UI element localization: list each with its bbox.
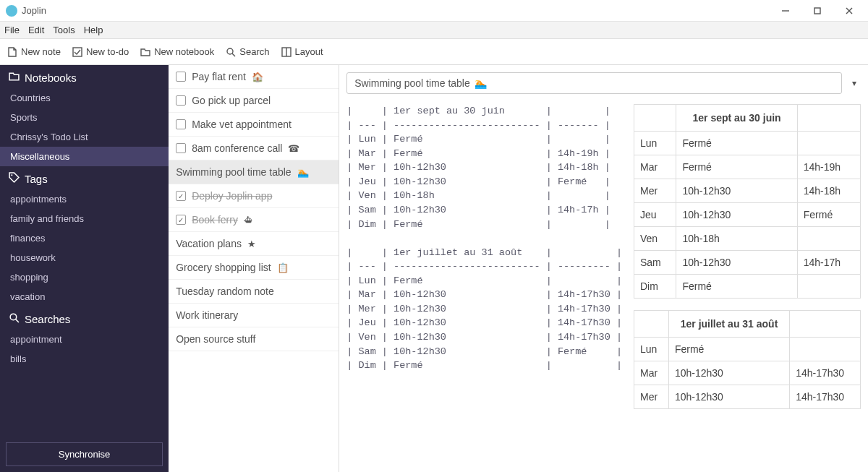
table-cell: 14h-18h: [797, 179, 860, 203]
saved-search-item[interactable]: appointment: [0, 330, 169, 349]
todo-checkbox[interactable]: [176, 119, 186, 129]
svg-point-5: [227, 48, 233, 54]
note-title-input[interactable]: Swimming pool time table 🏊: [346, 72, 842, 94]
menubar: File Edit Tools Help: [0, 22, 868, 39]
table-cell: 14h-17h30: [790, 385, 861, 409]
svg-point-10: [10, 314, 17, 320]
search-button[interactable]: Search: [226, 46, 269, 57]
menu-tools[interactable]: Tools: [53, 25, 75, 35]
folder-icon: [9, 71, 20, 84]
menu-edit[interactable]: Edit: [28, 25, 44, 35]
table-cell: 14h-17h30: [790, 361, 861, 385]
table-cell: Mar: [634, 361, 669, 385]
note-title-text: Swimming pool time table: [354, 77, 470, 89]
table-row: Mer10h-12h3014h-18h: [634, 179, 861, 203]
menu-help[interactable]: Help: [84, 25, 103, 35]
search-icon: [9, 312, 20, 325]
app-icon: [6, 5, 17, 17]
notebooks-header[interactable]: Notebooks: [0, 65, 169, 88]
note-list-item-title: 8am conference call: [192, 142, 282, 154]
note-list-item[interactable]: Vacation plans★: [169, 232, 339, 256]
tags-header[interactable]: Tags: [0, 166, 169, 189]
table-cell: [797, 227, 860, 251]
note-list-item[interactable]: 8am conference call☎: [169, 137, 339, 160]
note-list-item[interactable]: Pay flat rent🏠: [169, 65, 339, 89]
note-actions-dropdown[interactable]: ▾: [848, 78, 861, 88]
search-label: Search: [239, 46, 269, 57]
layout-icon: [281, 47, 292, 57]
note-list-item-title: Deploy Joplin app: [192, 190, 272, 202]
table-cell: Fermé: [676, 155, 797, 179]
table-cell: Fermé: [797, 203, 860, 227]
table-caption: 1er juillet au 31 août: [668, 311, 789, 338]
note-list-item-title: Make vet appointment: [192, 119, 292, 130]
tag-item[interactable]: vacation: [0, 287, 169, 306]
window-minimize-button[interactable]: [770, 1, 801, 21]
markdown-source-view[interactable]: | | 1er sept au 30 juin | | | --- | ----…: [339, 100, 629, 472]
titlebar: Joplin: [0, 0, 868, 22]
note-list-item-title: Open source stuff: [176, 333, 255, 345]
tag-icon: [9, 172, 20, 185]
table-cell: Mer: [634, 385, 669, 409]
notebook-item[interactable]: Chrissy's Todo List: [0, 127, 169, 147]
table-cell: 10h-12h30: [676, 203, 797, 227]
table-cell: Sam: [634, 251, 676, 275]
search-icon: [226, 47, 236, 57]
tag-item[interactable]: shopping: [0, 267, 169, 287]
table-row: Sam10h-12h3014h-17h: [634, 251, 861, 275]
note-list-item-title: Book ferry: [192, 214, 238, 226]
note-icon: [7, 47, 17, 57]
synchronise-button[interactable]: Synchronise: [6, 442, 163, 466]
window-maximize-button[interactable]: [801, 1, 833, 21]
todo-checkbox[interactable]: [176, 215, 186, 225]
note-list-item[interactable]: Grocery shopping list📋: [169, 256, 339, 280]
note-list-item-title: Vacation plans: [176, 238, 242, 249]
note-list-item[interactable]: Go pick up parcel: [169, 89, 339, 113]
svg-rect-4: [73, 48, 82, 56]
svg-line-11: [16, 319, 19, 322]
note-list-item-title: Go pick up parcel: [192, 95, 271, 106]
window-close-button[interactable]: [833, 1, 865, 21]
layout-button[interactable]: Layout: [281, 46, 323, 57]
saved-search-item[interactable]: bills: [0, 349, 169, 369]
schedule-table: 1er sept au 30 juinLunFerméMarFermé14h-1…: [634, 104, 861, 299]
todo-checkbox[interactable]: [176, 143, 186, 153]
notebook-item[interactable]: Countries: [0, 88, 169, 108]
new-note-button[interactable]: New note: [7, 46, 61, 57]
note-list-item[interactable]: Book ferry⛴: [169, 208, 339, 232]
note-list-item[interactable]: Deploy Joplin app: [169, 184, 339, 208]
searches-header[interactable]: Searches: [0, 306, 169, 330]
tag-item[interactable]: finances: [0, 228, 169, 248]
app-title: Joplin: [22, 5, 770, 16]
todo-checkbox[interactable]: [176, 95, 186, 106]
table-cell: 10h-12h30: [676, 251, 797, 275]
note-emoji-icon: ★: [247, 239, 256, 249]
note-list[interactable]: Pay flat rent🏠Go pick up parcelMake vet …: [169, 65, 339, 472]
tag-item[interactable]: housework: [0, 248, 169, 267]
rendered-preview: 1er sept au 30 juinLunFerméMarFermé14h-1…: [629, 100, 868, 472]
new-todo-button[interactable]: New to-do: [72, 46, 129, 57]
note-emoji-icon: ☎: [288, 143, 299, 154]
new-notebook-button[interactable]: New notebook: [140, 46, 214, 57]
note-emoji-icon: 🏊: [297, 167, 309, 178]
table-cell: 10h-12h30: [676, 179, 797, 203]
todo-checkbox[interactable]: [176, 191, 186, 201]
note-list-item[interactable]: Work itinerary: [169, 304, 339, 327]
note-list-item[interactable]: Make vet appointment: [169, 113, 339, 137]
notebook-item[interactable]: Sports: [0, 108, 169, 127]
note-list-item[interactable]: Tuesday random note: [169, 280, 339, 304]
table-cell: Fermé: [676, 275, 797, 299]
note-list-item[interactable]: Swimming pool time table🏊: [169, 160, 339, 184]
note-list-item[interactable]: Open source stuff: [169, 327, 339, 351]
notebooks-header-label: Notebooks: [25, 72, 77, 84]
note-list-item-title: Swimming pool time table: [176, 166, 292, 178]
menu-file[interactable]: File: [4, 25, 20, 35]
sidebar: Notebooks CountriesSportsChrissy's Todo …: [0, 65, 169, 472]
todo-icon: [72, 47, 82, 57]
notebook-item[interactable]: Miscellaneous: [0, 147, 169, 166]
editor-body: | | 1er sept au 30 juin | | | --- | ----…: [339, 100, 868, 472]
todo-checkbox[interactable]: [176, 72, 186, 82]
tag-item[interactable]: appointments: [0, 189, 169, 209]
note-list-item-title: Tuesday random note: [176, 286, 274, 297]
tag-item[interactable]: family and friends: [0, 209, 169, 228]
